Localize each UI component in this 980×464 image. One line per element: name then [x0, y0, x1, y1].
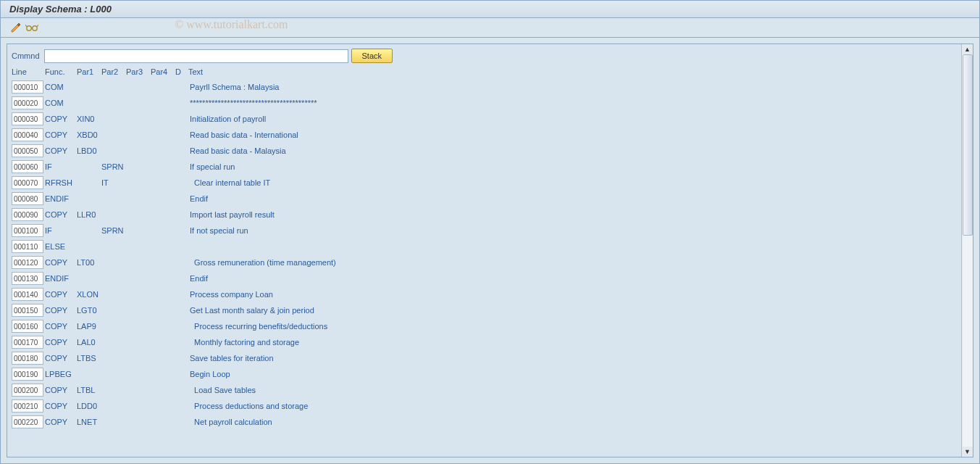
func-cell[interactable]: ELSE [45, 242, 77, 251]
text-cell[interactable]: Read basic data - Malaysia [188, 146, 957, 155]
stack-button[interactable]: Stack [351, 49, 393, 63]
watermark: © www.tutorialkart.com [175, 18, 288, 31]
text-cell[interactable]: ****************************************… [188, 99, 957, 107]
func-cell[interactable]: COPY [45, 115, 77, 123]
par1-cell[interactable]: LBD0 [77, 146, 101, 155]
text-cell[interactable]: If special run [188, 162, 957, 171]
text-cell[interactable]: Import last payroll result [188, 210, 957, 219]
par1-cell[interactable]: LLR0 [77, 210, 101, 219]
func-cell[interactable]: COPY [45, 322, 77, 331]
line-number-input[interactable] [12, 80, 43, 94]
vertical-scrollbar[interactable]: ▲ ▼ [961, 44, 973, 457]
title-bar: Display Schema : L000 [1, 1, 979, 18]
par1-cell[interactable]: LNET [77, 418, 101, 426]
header-line: Line [12, 67, 45, 76]
text-cell[interactable]: Clear internal table IT [188, 178, 957, 187]
line-number-input[interactable] [12, 272, 43, 285]
par1-cell[interactable]: LGT0 [77, 306, 101, 315]
func-cell[interactable]: ENDIF [45, 194, 77, 203]
par1-cell[interactable]: LTBS [77, 354, 101, 362]
text-cell[interactable]: Endif [188, 194, 957, 203]
func-cell[interactable]: COM [45, 99, 77, 107]
text-cell[interactable]: Initialization of payroll [188, 115, 957, 123]
func-cell[interactable]: COPY [45, 402, 77, 410]
scroll-up-icon[interactable]: ▲ [964, 46, 971, 53]
table-row: ELSE [12, 239, 957, 254]
line-number-input[interactable] [12, 208, 43, 221]
line-number-input[interactable] [12, 112, 43, 125]
text-cell[interactable]: Process recurring benefits/deductions [188, 322, 957, 331]
func-cell[interactable]: IF [45, 226, 77, 235]
line-number-input[interactable] [12, 96, 43, 109]
func-cell[interactable]: COPY [45, 354, 77, 362]
func-cell[interactable]: COPY [45, 418, 77, 426]
func-cell[interactable]: COPY [45, 146, 77, 155]
scroll-thumb[interactable] [963, 54, 973, 236]
line-number-input[interactable] [12, 352, 43, 365]
func-cell[interactable]: RFRSH [45, 178, 77, 187]
text-cell[interactable]: Process company Loan [188, 290, 957, 299]
par1-cell[interactable]: XLON [77, 290, 101, 299]
line-number-input[interactable] [12, 224, 43, 237]
line-number-input[interactable] [12, 160, 43, 173]
par1-cell[interactable]: LTBL [77, 386, 101, 394]
func-cell[interactable]: ENDIF [45, 274, 77, 283]
line-number-input[interactable] [12, 176, 43, 189]
header-d: D [175, 67, 188, 76]
command-input[interactable] [44, 49, 348, 63]
scroll-track[interactable] [963, 54, 973, 447]
text-cell[interactable]: Net payroll calculation [188, 418, 957, 426]
table-row: COPYXLONProcess company Loan [12, 286, 957, 302]
text-cell[interactable]: Load Save tables [188, 386, 957, 394]
func-cell[interactable]: COPY [45, 130, 77, 139]
glasses-icon[interactable] [25, 22, 38, 33]
text-cell[interactable]: Endif [188, 274, 957, 283]
text-cell[interactable]: If not special run [188, 226, 957, 235]
par1-cell[interactable]: LDD0 [77, 402, 101, 410]
func-cell[interactable]: COPY [45, 210, 77, 219]
line-number-input[interactable] [12, 336, 43, 349]
line-number-input[interactable] [12, 415, 43, 428]
par1-cell[interactable]: LAP9 [77, 322, 101, 331]
text-cell[interactable]: Read basic data - International [188, 130, 957, 139]
text-cell[interactable]: Process deductions and storage [188, 402, 957, 410]
line-number-input[interactable] [12, 288, 43, 301]
func-cell[interactable]: COPY [45, 290, 77, 299]
par1-cell[interactable]: LAL0 [77, 338, 101, 347]
par1-cell[interactable]: XBD0 [77, 130, 101, 139]
line-number-input[interactable] [12, 304, 43, 317]
line-number-input[interactable] [12, 320, 43, 333]
line-number-input[interactable] [12, 399, 43, 413]
func-cell[interactable]: LPBEG [45, 370, 77, 378]
par1-cell[interactable]: XIN0 [77, 115, 101, 123]
line-number-input[interactable] [12, 240, 43, 253]
inner-panel: Cmmnd Stack Line Func. Par1 Par2 Par3 Pa… [7, 44, 973, 457]
text-cell[interactable]: Get Last month salary & join period [188, 306, 957, 315]
text-cell[interactable]: Begin Loop [188, 370, 957, 378]
table-row: ENDIFEndif [12, 191, 957, 207]
table-row: COPYXIN0Initialization of payroll [12, 111, 957, 127]
func-cell[interactable]: IF [45, 162, 77, 171]
text-cell[interactable]: Gross remuneration (time management) [188, 258, 957, 267]
table-row: COPYXBD0Read basic data - International [12, 127, 957, 143]
scroll-down-icon[interactable]: ▼ [964, 448, 971, 455]
text-cell[interactable]: Save tables for iteration [188, 354, 957, 362]
par1-cell[interactable]: LT00 [77, 258, 101, 267]
line-number-input[interactable] [12, 128, 43, 141]
line-number-input[interactable] [12, 192, 43, 205]
func-cell[interactable]: COPY [45, 386, 77, 394]
text-cell[interactable]: Payrll Schema : Malaysia [188, 83, 957, 91]
edit-pencil-icon[interactable] [9, 22, 22, 33]
line-number-input[interactable] [12, 368, 43, 381]
text-cell[interactable]: Monthly factoring and storage [188, 338, 957, 347]
func-cell[interactable]: COPY [45, 258, 77, 267]
header-text: Text [188, 67, 957, 76]
line-number-input[interactable] [12, 256, 43, 269]
line-number-input[interactable] [12, 384, 43, 397]
table-row: COPYLNET Net payroll calculation [12, 414, 957, 430]
func-cell[interactable]: COPY [45, 338, 77, 347]
table-row: COPYLAL0 Monthly factoring and storage [12, 334, 957, 350]
func-cell[interactable]: COPY [45, 306, 77, 315]
line-number-input[interactable] [12, 144, 43, 157]
func-cell[interactable]: COM [45, 83, 77, 91]
